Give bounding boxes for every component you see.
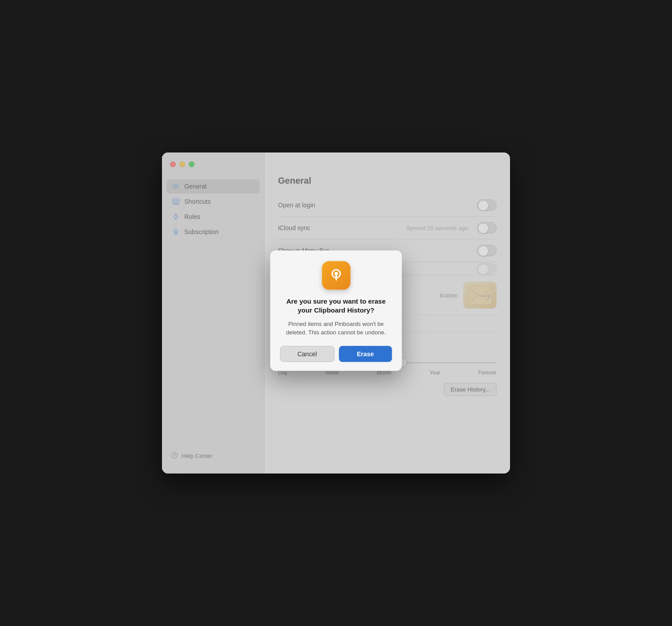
cancel-button[interactable]: Cancel xyxy=(280,346,335,362)
svg-point-16 xyxy=(334,272,338,276)
preferences-window: General xyxy=(162,152,510,474)
dialog-title: Are you sure you want to erase your Clip… xyxy=(280,297,392,315)
erase-button[interactable]: Erase xyxy=(339,346,392,362)
dialog-buttons: Cancel Erase xyxy=(280,346,392,362)
erase-dialog: Are you sure you want to erase your Clip… xyxy=(270,251,402,371)
dialog-message: Pinned items and Pinboards won't be dele… xyxy=(280,319,392,337)
dialog-app-icon xyxy=(322,261,350,290)
